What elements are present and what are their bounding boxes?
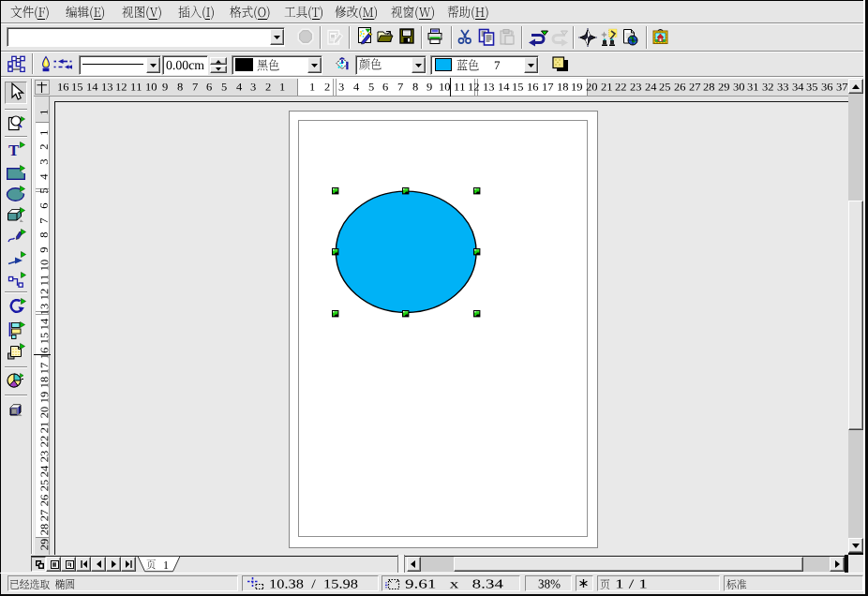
svg-text:T: T	[8, 142, 20, 159]
